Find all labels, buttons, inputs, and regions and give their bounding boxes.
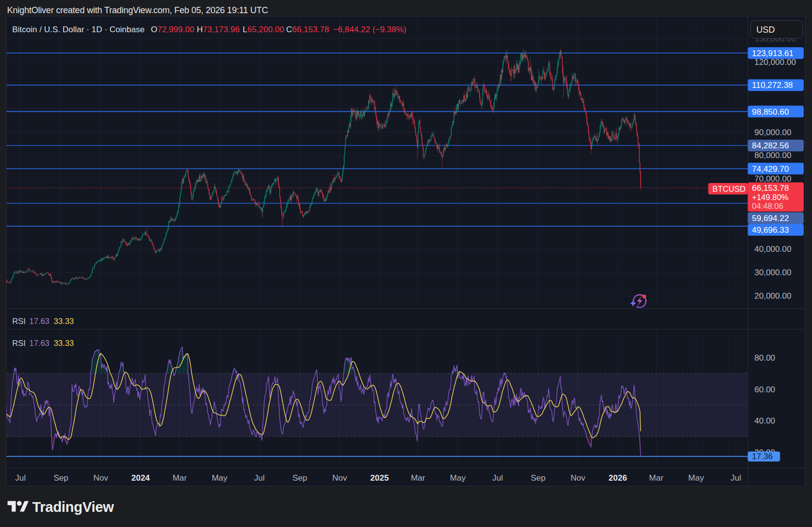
- svg-text:Jul: Jul: [492, 473, 503, 483]
- svg-text:30,000.00: 30,000.00: [754, 268, 791, 277]
- svg-text:Jul: Jul: [254, 473, 265, 483]
- svg-text:80.00: 80.00: [754, 353, 775, 363]
- svg-text:Nov: Nov: [93, 473, 108, 483]
- svg-text:2025: 2025: [370, 473, 389, 483]
- svg-text:Mar: Mar: [411, 473, 425, 483]
- svg-text:BTCUSD: BTCUSD: [712, 184, 746, 193]
- svg-text:20,000.00: 20,000.00: [754, 291, 791, 301]
- svg-text:40.00: 40.00: [754, 416, 775, 426]
- svg-text:04:48:06: 04:48:06: [752, 202, 783, 210]
- svg-text:80,000.00: 80,000.00: [754, 151, 791, 160]
- svg-text:Sep: Sep: [292, 473, 307, 483]
- svg-text:84,282.56: 84,282.56: [752, 141, 789, 150]
- svg-text:Bitcoin / U.S. Dollar · 1D · C: Bitcoin / U.S. Dollar · 1D · Coinbase: [12, 25, 145, 34]
- svg-text:59,694.22: 59,694.22: [752, 214, 789, 223]
- svg-text:Jul: Jul: [15, 473, 26, 483]
- svg-text:Nov: Nov: [570, 473, 585, 483]
- svg-text:123,913.61: 123,913.61: [752, 49, 793, 58]
- svg-text:May: May: [450, 473, 466, 483]
- svg-text:RSI: RSI: [12, 339, 26, 347]
- svg-text:66,153.78: 66,153.78: [752, 183, 789, 193]
- svg-text:Jul: Jul: [730, 473, 741, 483]
- svg-text:O72,999.00: O72,999.00: [151, 25, 194, 34]
- svg-text:L65,200.00: L65,200.00: [243, 25, 284, 34]
- svg-text:49,696.33: 49,696.33: [752, 225, 789, 235]
- svg-text:−6,844.22 (−9.38%): −6,844.22 (−9.38%): [333, 25, 406, 34]
- svg-text:17.36: 17.36: [752, 452, 773, 461]
- svg-text:Sep: Sep: [54, 473, 68, 483]
- svg-text:Nov: Nov: [332, 473, 347, 483]
- svg-text:98,850.60: 98,850.60: [752, 107, 789, 117]
- svg-text:17.63: 17.63: [29, 339, 49, 347]
- svg-text:Mar: Mar: [649, 473, 664, 483]
- svg-text:2026: 2026: [608, 473, 627, 483]
- svg-text:RSI: RSI: [12, 317, 26, 325]
- svg-text:2024: 2024: [131, 473, 150, 483]
- svg-text:110,272.38: 110,272.38: [752, 81, 793, 90]
- svg-text:May: May: [688, 473, 705, 483]
- svg-text:May: May: [212, 473, 228, 483]
- svg-text:TradingView: TradingView: [32, 499, 114, 515]
- svg-text:17.63: 17.63: [29, 317, 49, 325]
- svg-text:60.00: 60.00: [754, 385, 775, 394]
- svg-text:H73,173.96: H73,173.96: [197, 25, 240, 34]
- svg-text:KnightOliver created with Trad: KnightOliver created with TradingView.co…: [7, 5, 269, 15]
- svg-text:USD: USD: [756, 25, 775, 35]
- svg-text:70,000.00: 70,000.00: [754, 174, 791, 183]
- svg-text:Sep: Sep: [531, 473, 545, 483]
- svg-text:90,000.00: 90,000.00: [754, 128, 791, 137]
- svg-text:33.33: 33.33: [54, 317, 74, 325]
- svg-text:33.33: 33.33: [54, 339, 74, 347]
- svg-text:C66,153.78: C66,153.78: [286, 25, 329, 34]
- svg-text:Mar: Mar: [172, 473, 187, 483]
- svg-text:+149.80%: +149.80%: [752, 193, 789, 202]
- svg-text:74,429.70: 74,429.70: [752, 164, 789, 174]
- svg-text:40,000.00: 40,000.00: [754, 244, 791, 254]
